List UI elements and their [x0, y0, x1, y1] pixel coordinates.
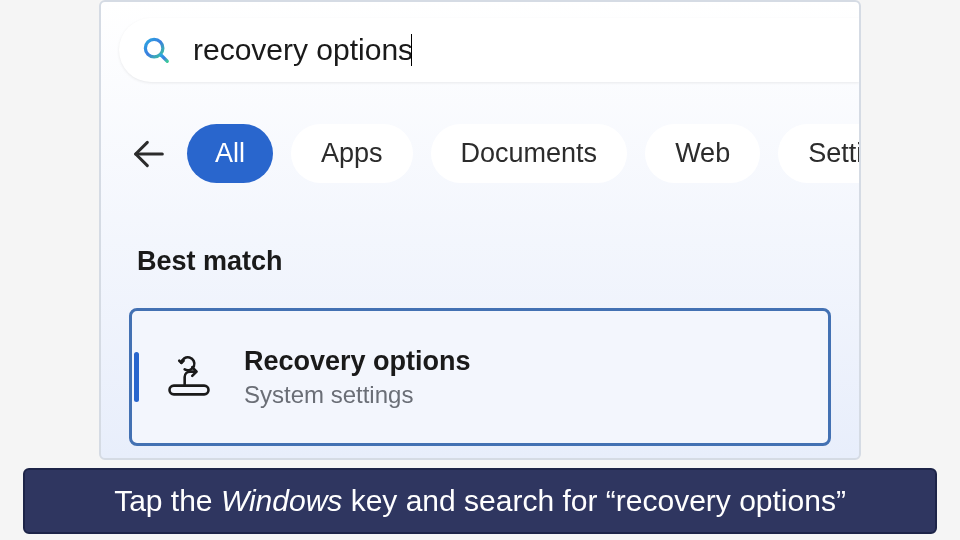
- result-subtitle: System settings: [244, 381, 471, 409]
- caption-prefix: Tap the: [114, 484, 221, 517]
- instruction-caption: Tap the Windows key and search for “reco…: [23, 468, 937, 534]
- recovery-icon: [160, 348, 218, 406]
- caption-emphasis: Windows: [221, 484, 342, 517]
- filter-tab-settings[interactable]: Settings: [778, 124, 861, 183]
- filter-row: All Apps Documents Web Settings: [129, 124, 859, 183]
- filter-label: Apps: [321, 138, 383, 168]
- filter-tab-apps[interactable]: Apps: [291, 124, 413, 183]
- search-query-text: recovery options: [193, 33, 413, 67]
- search-panel: recovery options All Apps Documents Web …: [99, 0, 861, 460]
- filter-tab-documents[interactable]: Documents: [431, 124, 628, 183]
- filter-label: All: [215, 138, 245, 168]
- section-heading: Best match: [137, 246, 283, 277]
- svg-line-1: [161, 55, 167, 61]
- back-arrow[interactable]: [129, 134, 169, 174]
- text-cursor: [411, 34, 412, 66]
- result-text: Recovery options System settings: [244, 346, 471, 409]
- caption-suffix: key and search for “recovery options”: [342, 484, 846, 517]
- filter-label: Web: [675, 138, 730, 168]
- result-title: Recovery options: [244, 346, 471, 377]
- filter-label: Documents: [461, 138, 598, 168]
- result-recovery-options[interactable]: Recovery options System settings: [129, 308, 831, 446]
- filter-tab-all[interactable]: All: [187, 124, 273, 183]
- search-icon: [141, 35, 171, 65]
- filter-label: Settings: [808, 138, 861, 168]
- search-input[interactable]: recovery options: [193, 33, 412, 67]
- selection-accent: [134, 352, 139, 402]
- search-bar[interactable]: recovery options: [119, 18, 859, 82]
- filter-tab-web[interactable]: Web: [645, 124, 760, 183]
